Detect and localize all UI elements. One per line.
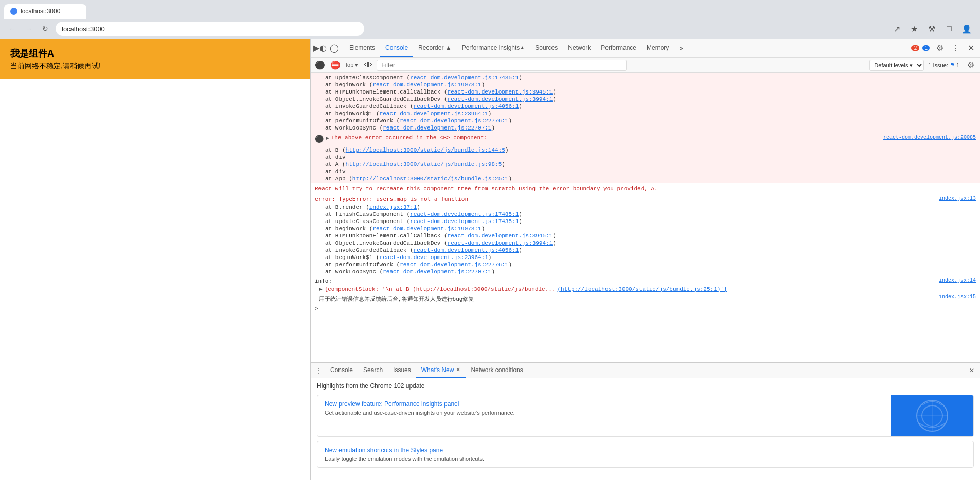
favicon: [10, 8, 17, 15]
address-input[interactable]: localhost:3000: [56, 22, 364, 36]
file-link[interactable]: react-dom.development.js:3945:1: [448, 89, 553, 95]
stack-line: at performUnitOfWork (react-dom.developm…: [311, 261, 980, 268]
file-link[interactable]: http://localhost:3000/static/js/bundle.j…: [346, 147, 505, 153]
close-bottom-panel-button[interactable]: ✕: [966, 364, 978, 377]
tab-network[interactable]: Network: [563, 39, 596, 57]
card-content-1: New preview feature: Performance insight…: [317, 395, 891, 436]
card-image-1: [891, 395, 973, 436]
card-content-2: New emulation shortcuts in the Styles pa…: [317, 441, 973, 467]
file-link[interactable]: react-dom.development.js:4056:1: [414, 103, 519, 109]
file-link[interactable]: react-dom.development.js:3994:1: [448, 240, 553, 246]
error-circle-icon: ⚫: [315, 135, 324, 143]
error-block-2: error: TypeError: users.map is not a fun…: [311, 194, 980, 276]
main-area: 我是组件A 当前网络不稳定,请稍候再试! ▶◐ ◯ Elements Conso…: [0, 39, 980, 480]
file-link[interactable]: react-dom.development.js:3994:1: [448, 96, 553, 102]
log-level-select[interactable]: Default levels ▾: [869, 60, 924, 71]
orange-box: 我是组件A 当前网络不稳定,请稍候再试!: [0, 39, 310, 79]
forward-button[interactable]: →: [23, 23, 35, 35]
clear-console-button[interactable]: ⚫: [313, 58, 327, 72]
more-tabs-button[interactable]: »: [674, 41, 688, 56]
eye-button[interactable]: 👁: [361, 58, 376, 72]
tab-memory[interactable]: Memory: [642, 39, 674, 57]
console-filter-input[interactable]: [377, 60, 627, 71]
file-link[interactable]: react-dom.development.js:22776:1: [400, 262, 508, 268]
file-link[interactable]: react-dom.development.js:17435:1: [410, 75, 519, 81]
extensions-button[interactable]: ⚒: [924, 22, 939, 36]
component-stack-text: {componentStack: '\n at B (http://localh…: [325, 286, 556, 292]
close-devtools-button[interactable]: ✕: [964, 41, 978, 56]
stack-line: at beginWork$1 (react-dom.development.js…: [311, 254, 980, 261]
bottom-tab-search[interactable]: Search: [358, 363, 388, 378]
inspect-element-button[interactable]: ▶◐: [313, 41, 327, 56]
tab-console[interactable]: Console: [380, 39, 413, 57]
more-options-button[interactable]: ⋮: [948, 41, 963, 56]
file-link[interactable]: react-dom.development.js:19073:1: [372, 82, 481, 88]
preserve-log-button[interactable]: ⛔: [328, 58, 343, 72]
card-title-2[interactable]: New emulation shortcuts in the Styles pa…: [325, 447, 966, 454]
device-toggle-button[interactable]: ◯: [327, 41, 342, 56]
info-file[interactable]: index.jsx:14: [939, 278, 976, 284]
split-screen-button[interactable]: □: [942, 22, 956, 36]
tab-sources[interactable]: Sources: [530, 39, 563, 57]
file-link[interactable]: react-dom.development.js:22707:1: [383, 125, 491, 131]
file-link[interactable]: react-dom.development.js:22707:1: [383, 269, 491, 275]
card-title-1[interactable]: New preview feature: Performance insight…: [325, 400, 884, 408]
console-settings-button[interactable]: ⚙: [964, 58, 978, 72]
file-link[interactable]: react-dom.development.js:4056:1: [414, 247, 519, 253]
bottom-more-button[interactable]: ⋮: [313, 364, 325, 377]
file-link[interactable]: react-dom.development.js:23964:1: [380, 110, 488, 117]
file-link[interactable]: react-dom.development.js:19073:1: [372, 226, 481, 232]
file-link[interactable]: http://localhost:3000/static/js/bundle.j…: [346, 161, 502, 168]
reload-button[interactable]: ↻: [39, 23, 51, 35]
error-type-file[interactable]: index.jsx:13: [939, 196, 976, 202]
stack-line: at Object.invokeGuardedCallbackDev (reac…: [311, 96, 980, 103]
file-link[interactable]: react-dom.development.js:23964:1: [380, 254, 488, 261]
bottom-panel: ⋮ Console Search Issues What's New ✕: [311, 362, 980, 480]
console-toolbar: ⚫ ⛔ top ▾ 👁 Default levels ▾ 1 Issue: ⚑ …: [311, 58, 980, 73]
bottom-tab-whats-new[interactable]: What's New ✕: [416, 363, 466, 378]
component-stack-file-link[interactable]: (http://localhost:3000/static/js/bundle.…: [558, 286, 727, 292]
file-link[interactable]: react-dom.development.js:3945:1: [448, 233, 553, 239]
file-link[interactable]: react-dom.development.js:22776:1: [400, 118, 508, 124]
stack-line: at updateClassComponent (react-dom.devel…: [311, 74, 980, 81]
toolbar-separator: [343, 43, 343, 53]
file-link[interactable]: index.jsx:37:1: [369, 204, 417, 210]
stack-line: at beginWork (react-dom.development.js:1…: [311, 225, 980, 232]
whats-new-close[interactable]: ✕: [456, 366, 460, 373]
bottom-tab-console[interactable]: Console: [325, 363, 358, 378]
profile-button[interactable]: 👤: [959, 22, 974, 36]
bottom-tab-network-conditions[interactable]: Network conditions: [466, 363, 528, 378]
share-button[interactable]: ↗: [889, 22, 904, 36]
address-bar-row: ← → ↻ localhost:3000 ↗ ★ ⚒ □ 👤: [0, 19, 980, 39]
bottom-tab-issues[interactable]: Issues: [388, 363, 416, 378]
back-button[interactable]: ←: [6, 23, 19, 35]
console-output: at updateClassComponent (react-dom.devel…: [311, 73, 980, 362]
error-type-text: error: TypeError: users.map is not a fun…: [315, 196, 468, 202]
file-link[interactable]: react-dom.development.js:17485:1: [410, 211, 519, 217]
console-section-top: at updateClassComponent (react-dom.devel…: [311, 73, 980, 313]
tab-performance[interactable]: Performance: [596, 39, 642, 57]
webpage: 我是组件A 当前网络不稳定,请稍候再试!: [0, 39, 310, 480]
tab-recorder[interactable]: Recorder ▲: [413, 39, 457, 57]
stack-line: at App (http://localhost:3000/static/js/…: [311, 175, 980, 182]
tab-elements[interactable]: Elements: [344, 39, 380, 57]
expand-arrow[interactable]: >: [311, 305, 980, 313]
error-boundary-file[interactable]: react-dom.development.js:20085: [883, 135, 976, 140]
tab-performance-insights[interactable]: Performance insights ▲: [457, 39, 530, 57]
error-type-row: error: TypeError: users.map is not a fun…: [311, 195, 980, 204]
stack-line: at finishClassComponent (react-dom.devel…: [311, 211, 980, 218]
context-selector[interactable]: top ▾: [344, 62, 360, 68]
bookmark-button[interactable]: ★: [907, 22, 921, 36]
expand-button[interactable]: ▶: [326, 135, 329, 141]
expand-icon: ▶: [319, 286, 323, 292]
file-link[interactable]: react-dom.development.js:17435:1: [410, 218, 519, 225]
component-stack-expandable[interactable]: ▶ {componentStack: '\n at B (http://loca…: [311, 285, 980, 293]
chinese-log-file[interactable]: index.jsx:15: [939, 294, 976, 304]
settings-button[interactable]: ⚙: [933, 41, 947, 56]
stack-line: at Object.invokeGuardedCallbackDev (reac…: [311, 239, 980, 247]
issue-flag-icon: ⚑: [950, 62, 955, 68]
browser-tab[interactable]: localhost:3000: [4, 4, 86, 19]
stack-line: at HTMLUnknownElement.callCallback (reac…: [311, 232, 980, 239]
file-link[interactable]: http://localhost:3000/static/js/bundle.j…: [352, 176, 509, 182]
stack-line: at A (http://localhost:3000/static/js/bu…: [311, 161, 980, 168]
